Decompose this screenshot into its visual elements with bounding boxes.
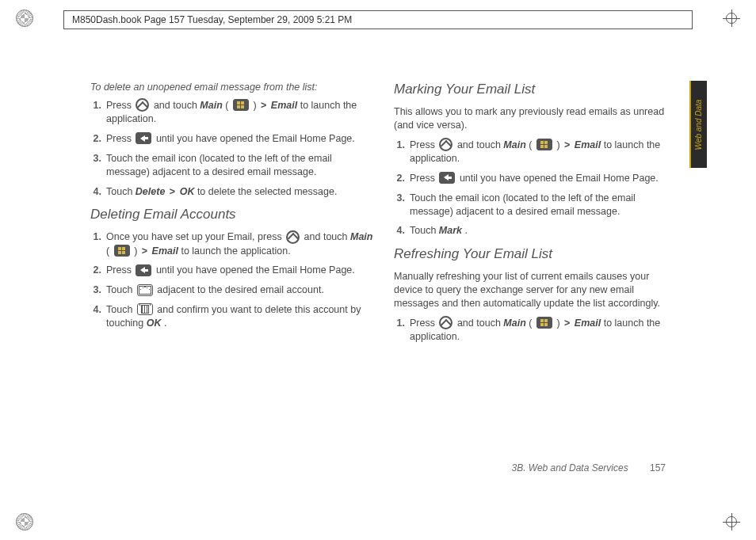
section-tab-label: Web and Data: [695, 99, 704, 150]
list-item: 2. Press until you have opened the Email…: [394, 172, 677, 185]
crop-bot-bar: [0, 508, 756, 535]
list-item: 3. Touch adjacent to the desired email a…: [90, 283, 373, 297]
delete-unopened-lead: To delete an unopened email message from…: [90, 81, 373, 94]
document-header: M850Dash.book Page 157 Tuesday, Septembe…: [63, 10, 693, 29]
list-item: 1. Press and touch Main ( ) > Email to l…: [90, 99, 373, 126]
home-icon: [439, 138, 452, 151]
main-menu-icon: [114, 245, 130, 257]
trash-icon: [137, 303, 153, 315]
list-item: 3. Touch the email icon (located to the …: [90, 152, 373, 179]
section-tab: Web and Data: [689, 81, 707, 168]
page-body: To delete an unopened email message from…: [90, 81, 677, 421]
list-item: 3. Touch the email icon (located to the …: [394, 192, 677, 219]
home-icon: [136, 98, 149, 112]
marking-intro: This allows you to mark any previously r…: [394, 105, 677, 132]
registration-mark-icon: [723, 10, 740, 27]
list-item: 4. Touch Delete > OK to delete the selec…: [90, 185, 373, 199]
list-item: 1. Press and touch Main ( ) > Email to l…: [394, 317, 677, 344]
refreshing-intro: Manually refreshing your list of current…: [394, 270, 677, 310]
main-menu-icon: [536, 317, 552, 329]
list-item: 4. Touch Mark .: [394, 224, 677, 238]
back-icon: [136, 132, 151, 144]
left-column: To delete an unopened email message from…: [90, 81, 373, 421]
list-item: 1. Once you have set up your Email, pres…: [90, 230, 373, 257]
registration-mark-icon: [723, 513, 740, 530]
list-item: 2. Press until you have opened the Email…: [90, 132, 373, 146]
rosette-icon: [16, 513, 33, 530]
home-icon: [439, 316, 452, 329]
list-item: 2. Press until you have opened the Email…: [90, 264, 373, 277]
heading-deleting-accounts: Deleting Email Accounts: [90, 206, 373, 224]
heading-refreshing: Refreshing Your Email List: [394, 245, 677, 264]
footer-page-number: 157: [650, 462, 674, 473]
envelope-icon: [137, 284, 153, 296]
list-item: 1. Press and touch Main ( ) > Email to l…: [394, 139, 677, 165]
main-menu-icon: [536, 139, 552, 150]
footer-section: 3B. Web and Data Services: [511, 462, 628, 473]
back-icon: [439, 172, 455, 184]
heading-marking: Marking Your Email List: [394, 81, 677, 99]
list-item: 4. Touch and confirm you want to delete …: [90, 303, 373, 330]
main-menu-icon: [233, 99, 249, 111]
right-column: Marking Your Email List This allows you …: [394, 81, 677, 421]
document-header-text: M850Dash.book Page 157 Tuesday, Septembe…: [72, 14, 352, 25]
home-icon: [286, 230, 300, 244]
page-footer: 3B. Web and Data Services 157: [511, 462, 674, 473]
back-icon: [136, 264, 151, 276]
rosette-icon: [16, 10, 33, 27]
